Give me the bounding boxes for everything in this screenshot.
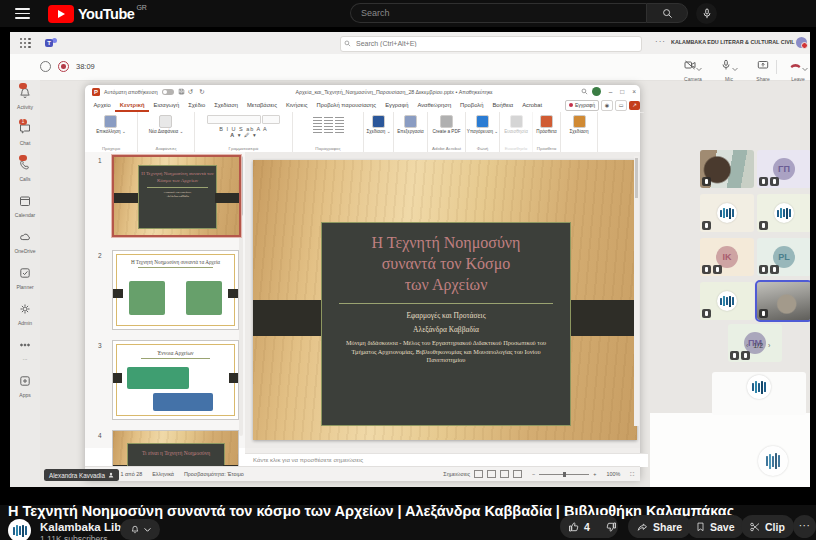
zoom-level[interactable]: 100%	[606, 471, 620, 477]
ribbon-tab-Βοήθεια[interactable]: Βοήθεια	[488, 99, 518, 112]
presenter-coach-button[interactable]: ◉	[601, 100, 613, 111]
search-input[interactable]	[350, 3, 646, 23]
share-button[interactable]: ↗	[629, 101, 640, 110]
ribbon-button-Επικόλληση[interactable]: Επικόλληση ⌄	[96, 115, 126, 134]
participant-logo-tile[interactable]	[700, 282, 754, 320]
zoom-out-button[interactable]: −	[532, 471, 535, 477]
video-player[interactable]: T ··· KALAMBAKA EDU LITERAR & CULTURAL C…	[0, 27, 816, 505]
teams-more-icon[interactable]: ···	[655, 37, 666, 46]
participant-video-tile[interactable]	[700, 150, 754, 188]
main-slide[interactable]: Η Τεχνητή Νοημοσύνη συναντά τον Κόσμο τω…	[253, 160, 637, 440]
ribbon-button-Σχεδίαση[interactable]: Σχεδίαση ⌄	[366, 115, 390, 134]
paragraph-buttons[interactable]	[312, 116, 345, 125]
sidebar-item-onedrive[interactable]: OneDrive	[10, 224, 40, 260]
participant-video-tile[interactable]	[757, 282, 810, 320]
sidebar-item-planner[interactable]: Planner	[10, 260, 40, 296]
app-launcher-icon[interactable]	[20, 38, 31, 49]
ribbon-tab-Αναθεώρηση[interactable]: Αναθεώρηση	[413, 99, 456, 112]
ribbon-tab-Μεταβάσεις[interactable]: Μεταβάσεις	[243, 99, 282, 112]
redo-icon[interactable]: ↻	[199, 88, 204, 96]
sidebar-item-chat[interactable]: 1 Chat	[10, 116, 40, 152]
youtube-logo[interactable]: YouTube GR	[48, 5, 147, 23]
notifications-button[interactable]	[120, 519, 160, 540]
slide-thumbnail-3[interactable]: Έννοια Αρχείων	[112, 340, 239, 420]
status-circle-icon[interactable]	[40, 61, 51, 72]
ribbon-tab-Εισαγωγή[interactable]: Εισαγωγή	[149, 99, 184, 112]
ribbon-tab-Κινήσεις[interactable]: Κινήσεις	[281, 99, 312, 112]
menu-icon[interactable]	[15, 8, 30, 19]
sidebar-item-activity[interactable]: Activity	[10, 80, 40, 116]
font-name-box[interactable]	[207, 115, 261, 124]
ribbon-button-Create a PDF[interactable]: Create a PDF	[432, 115, 460, 134]
ribbon-tab-Προβολή[interactable]: Προβολή	[456, 99, 488, 112]
participant-initials-tile[interactable]: PL	[757, 238, 810, 276]
autosave-toggle[interactable]	[162, 89, 174, 95]
ribbon-button-Επεξεργασία[interactable]: Επεξεργασία	[397, 115, 423, 134]
participant-logo-tile[interactable]	[712, 372, 806, 415]
notes-toggle[interactable]: Σημειώσεις	[443, 471, 470, 477]
leave-button[interactable]: Leave	[783, 57, 810, 82]
mic-button[interactable]: Mic	[714, 57, 744, 82]
ribbon-tab-Κεντρική[interactable]: Κεντρική	[115, 99, 149, 112]
sidebar-item-calls[interactable]: Calls	[10, 152, 40, 188]
sidebar-item-apps[interactable]: Apps	[10, 368, 40, 404]
ribbon-button-Υπαγόρευση[interactable]: Υπαγόρευση ⌄	[467, 115, 498, 134]
ribbon-tab-Αρχείο[interactable]: Αρχείο	[89, 99, 115, 112]
camera-button[interactable]: Camera	[678, 57, 708, 82]
channel-avatar[interactable]	[8, 519, 31, 540]
save-button[interactable]: Save	[687, 515, 744, 538]
slideshow-icon[interactable]	[513, 470, 522, 478]
more-actions-button[interactable]: ···	[793, 515, 816, 538]
teams-search-input[interactable]	[354, 39, 641, 48]
minimize-button[interactable]: –	[609, 88, 613, 95]
comments-button[interactable]: ▭	[615, 100, 627, 111]
ribbon-button-Ευαισθησία[interactable]: Ευαισθησία	[504, 115, 528, 134]
share-button[interactable]: Share	[628, 515, 691, 538]
accessibility-status[interactable]: Προσβασιμότητα: Έτοιμο	[184, 471, 244, 477]
slide-sorter-icon[interactable]	[487, 470, 496, 478]
share-button[interactable]: Share	[748, 57, 778, 82]
record-presentation-button[interactable]: Εγγραφή	[565, 100, 599, 111]
teams-logo[interactable]: T	[45, 38, 57, 48]
participant-logo-tile[interactable]	[700, 194, 754, 232]
sidebar-item-more[interactable]: ···	[10, 332, 40, 368]
avatar[interactable]	[796, 37, 807, 48]
ribbon-button-Σχεδίαση[interactable]: Σχεδίαση	[570, 115, 589, 134]
ribbon-tab-Σχεδίαση[interactable]: Σχεδίαση	[210, 99, 243, 112]
ribbon-button-Νέα Διαφάνεια[interactable]: Νέα Διαφάνεια ⌄	[149, 115, 184, 134]
ribbon-button-Πρόσθετα[interactable]: Πρόσθετα	[536, 115, 556, 134]
close-button[interactable]: ×	[632, 88, 636, 95]
voice-search-button[interactable]	[696, 3, 717, 24]
pager-next-icon[interactable]: ›	[768, 342, 770, 349]
font-color-buttons[interactable]: 𝐀 ▾ 🖉 ▾	[230, 132, 256, 139]
undo-icon[interactable]: ↺	[188, 88, 193, 96]
clip-button[interactable]: Clip	[741, 515, 794, 538]
like-button[interactable]: 4	[560, 521, 597, 533]
ribbon-search-icon[interactable]	[581, 88, 588, 95]
participant-initials-tile[interactable]: ΓΠ	[757, 150, 810, 188]
slide-title-box[interactable]: Η Τεχνητή Νοημοσύνη συναντά τον Κόσμο τω…	[321, 222, 571, 426]
sidebar-item-calendar[interactable]: Calendar	[10, 188, 40, 224]
sidebar-item-admin[interactable]: Admin	[10, 296, 40, 332]
search-button[interactable]	[646, 3, 688, 23]
font-size-box[interactable]	[262, 115, 280, 124]
reading-view-icon[interactable]	[500, 470, 509, 478]
zoom-in-button[interactable]: +	[593, 471, 596, 477]
ribbon-tab-Εγγραφή[interactable]: Εγγραφή	[381, 99, 413, 112]
ribbon-tab-Προβολή παρουσίασης[interactable]: Προβολή παρουσίασης	[312, 99, 381, 112]
language-indicator[interactable]: Ελληνικά	[152, 471, 174, 477]
participant-logo-tile[interactable]	[757, 194, 810, 232]
slide-thumbnail-1[interactable]: Η Τεχνητή Νοημοσύνη συναντά τον Κόσμο τω…	[112, 155, 241, 237]
ribbon-tab-Acrobat[interactable]: Acrobat	[518, 99, 547, 112]
document-title[interactable]: Αρχεία_και_Τεχνητή_Νοημοσύνη_Παρουσίαση_…	[208, 89, 581, 95]
fit-slide-icon[interactable]: ⛶	[630, 471, 634, 478]
save-icon[interactable]	[178, 88, 185, 95]
normal-view-icon[interactable]	[474, 470, 483, 478]
account-avatar[interactable]	[592, 87, 601, 96]
pager-prev-icon[interactable]: ‹	[746, 342, 748, 349]
participant-initials-tile[interactable]: ΙΚ	[700, 238, 754, 276]
zoom-slider[interactable]	[539, 474, 589, 475]
slide-thumbnail-2[interactable]: Η Τεχνητή Νοημοσύνη συναντά τα Αρχεία	[112, 250, 239, 330]
maximize-button[interactable]: □	[620, 88, 624, 95]
notes-pane[interactable]: Κάντε κλικ για να προσθέσετε σημειώσεις	[245, 453, 648, 467]
